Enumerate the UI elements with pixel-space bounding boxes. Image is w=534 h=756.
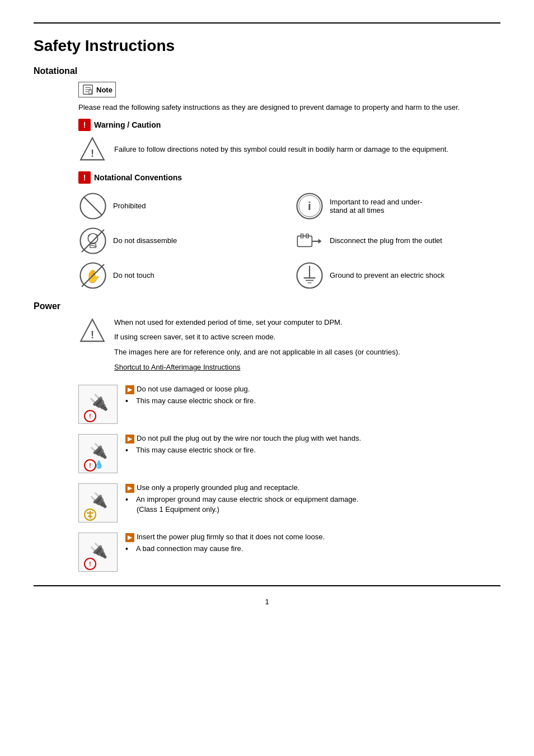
note-description: Please read the following safety instruc…	[78, 102, 500, 113]
power-text2: If using screen saver, set it to active …	[114, 332, 400, 343]
svg-text:!: !	[91, 329, 94, 340]
plug-warning-line-3: ▶ Use only a properly grounded plug and …	[125, 483, 500, 493]
note-icon	[82, 83, 94, 96]
bullet-text-3a: An improper ground may cause electric sh…	[136, 495, 358, 504]
plug-content-2: ▶ Do not pull the plug out by the wire n…	[125, 434, 500, 455]
plug-img-2: 🔌 💧 !	[78, 434, 118, 473]
note-label: Note	[96, 86, 113, 94]
plug-warning-text-4: Insert the power plug firmly so that it …	[137, 533, 325, 541]
touch-icon: ✋	[78, 261, 107, 290]
prohibited-icon	[78, 192, 107, 221]
svg-text:!: !	[89, 413, 91, 419]
svg-line-20	[82, 230, 104, 252]
bullet-text-1: This may cause electric shock or fire.	[136, 396, 256, 405]
notational-conventions-label: Notational Conventions	[94, 173, 182, 182]
convention-important: i Important to read and under-stand at a…	[295, 192, 500, 221]
power-text3: The images here are for reference only, …	[114, 347, 400, 358]
warning-text-row: ! Failure to follow directions noted by …	[78, 136, 500, 164]
svg-text:!: !	[89, 463, 91, 469]
important-label: Important to read and under-stand at all…	[330, 198, 423, 214]
svg-rect-21	[297, 236, 312, 246]
section-power: Power	[34, 301, 500, 311]
section-notational: Notational	[34, 66, 500, 76]
ground-icon	[295, 261, 324, 290]
warning-caution-icon: !	[78, 119, 91, 131]
plug-warning-line-1: ▶ Do not use damaged or loose plug.	[125, 385, 500, 394]
plug-item-2: 🔌 💧 ! ▶ Do not pull the plug out by the …	[78, 434, 500, 473]
svg-text:🔌: 🔌	[89, 393, 109, 412]
plug-item-4: 🔌 ! ▶ Insert the power plug firmly so th…	[78, 533, 500, 572]
plug-content-4: ▶ Insert the power plug firmly so that i…	[125, 533, 500, 553]
plug-warning-line-2: ▶ Do not pull the plug out by the wire n…	[125, 434, 500, 444]
svg-line-10	[84, 197, 102, 215]
bullet-item-3b: (Class 1 Equipment only.)	[131, 505, 500, 514]
mini-warning-icon-2: ▶	[125, 435, 134, 444]
plug-warning-line-4: ▶ Insert the power plug firmly so that i…	[125, 533, 500, 542]
svg-text:i: i	[308, 199, 311, 212]
plug-item-3: 🔌 ▶ Use only a properly grounded plug an…	[78, 483, 500, 522]
disassemble-label: Do not disassemble	[113, 236, 177, 245]
bottom-border	[34, 585, 500, 586]
power-text4: Shortcut to Anti-Afterimage Instructions	[114, 362, 400, 374]
triangle-warning-icon: !	[78, 136, 106, 164]
power-text-block: When not used for extended period of tim…	[114, 317, 400, 377]
important-icon: i	[295, 192, 324, 221]
bullet-item-1: • This may cause electric shock or fire.	[125, 396, 500, 405]
note-box: Note	[78, 82, 116, 97]
plug-warning-text-2: Do not pull the plug out by the wire nor…	[137, 434, 361, 442]
bullet-text-4: A bad connection may cause fire.	[136, 544, 243, 553]
power-text1: When not used for extended period of tim…	[114, 317, 400, 329]
plug-section: 🔌 ! ▶ Do not use damaged or loose plug. …	[78, 385, 500, 572]
bullet-item-2: • This may cause electric shock or fire.	[125, 446, 500, 455]
top-border	[34, 22, 500, 24]
warning-text: Failure to follow directions noted by th…	[114, 144, 448, 155]
convention-disassemble: Do not disassemble	[78, 226, 284, 255]
plug-content-1: ▶ Do not use damaged or loose plug. • Th…	[125, 385, 500, 405]
touch-label: Do not touch	[113, 271, 154, 279]
plug-content-3: ▶ Use only a properly grounded plug and …	[125, 483, 500, 514]
mini-warning-icon-4: ▶	[125, 533, 134, 542]
plug-warning-text-1: Do not use damaged or loose plug.	[137, 385, 250, 393]
disconnect-label: Disconnect the plug from the outlet	[330, 236, 442, 245]
plug-item-1: 🔌 ! ▶ Do not use damaged or loose plug. …	[78, 385, 500, 424]
bullet-text-2: This may cause electric shock or fire.	[136, 446, 256, 455]
plug-warning-text-3: Use only a properly grounded plug and re…	[137, 483, 299, 492]
power-warning-row: ! When not used for extended period of t…	[78, 317, 500, 377]
shortcut-link[interactable]: Shortcut to Anti-Afterimage Instructions	[114, 363, 240, 371]
svg-text:!: !	[89, 561, 91, 567]
bullet-item-3a: • An improper ground may cause electric …	[125, 495, 500, 504]
plug-img-1: 🔌 !	[78, 385, 118, 424]
notational-conv-icon: !	[78, 171, 91, 184]
convention-disconnect: Disconnect the plug from the outlet	[295, 226, 500, 255]
svg-text:!: !	[91, 147, 94, 159]
convention-prohibited: Prohibited	[78, 192, 284, 221]
svg-marker-25	[318, 239, 322, 244]
warning-caution-row: ! Warning / Caution	[78, 119, 500, 131]
svg-text:🔌: 🔌	[90, 442, 108, 460]
svg-text:🔌: 🔌	[90, 542, 108, 559]
bullet-text-3b: (Class 1 Equipment only.)	[137, 505, 219, 514]
mini-warning-icon-1: ▶	[125, 385, 134, 394]
disassemble-icon	[78, 226, 107, 255]
convention-ground: Ground to prevent an electric shock	[295, 261, 500, 290]
svg-text:🔌: 🔌	[90, 491, 108, 509]
prohibited-label: Prohibited	[113, 202, 146, 210]
conventions-grid: Prohibited i Important to read and under…	[78, 192, 500, 290]
ground-label: Ground to prevent an electric shock	[330, 271, 444, 279]
plug-img-3: 🔌	[78, 483, 118, 522]
notational-conventions-row: ! Notational Conventions	[78, 171, 500, 184]
page-title: Safety Instructions	[34, 37, 500, 55]
bullet-item-4: • A bad connection may cause fire.	[125, 544, 500, 553]
warning-caution-label: Warning / Caution	[94, 120, 161, 129]
power-triangle-icon: !	[78, 317, 106, 345]
plug-img-4: 🔌 !	[78, 533, 118, 572]
svg-rect-4	[89, 90, 92, 94]
page-number: 1	[34, 598, 500, 606]
page: Safety Instructions Notational Note Plea…	[0, 0, 534, 756]
mini-warning-icon-3: ▶	[125, 484, 134, 493]
disconnect-icon	[295, 226, 324, 255]
convention-touch: ✋ Do not touch	[78, 261, 284, 290]
